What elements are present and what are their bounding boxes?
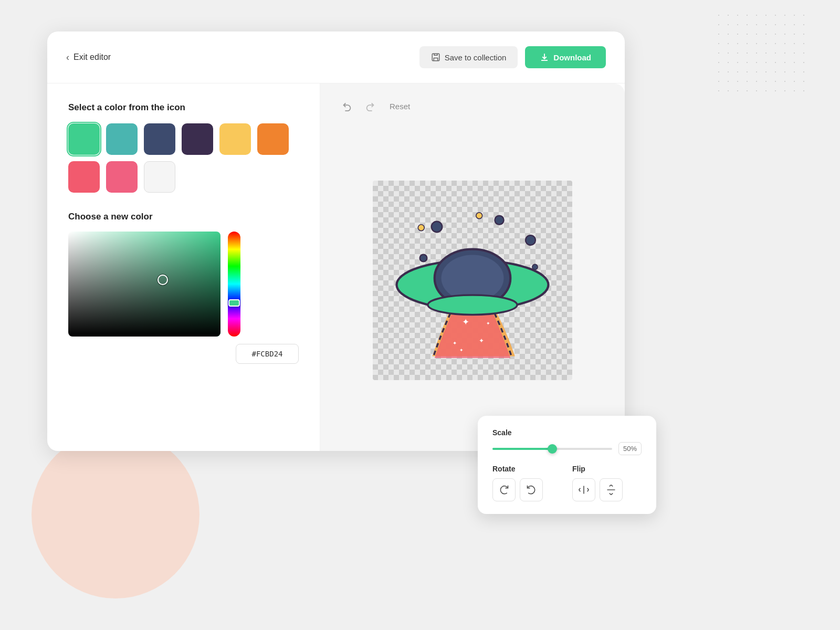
editor-header: ‹ Exit editor Save to collection Downloa… xyxy=(47,32,625,83)
redo-button[interactable] xyxy=(362,98,378,114)
header-actions: Save to collection Download xyxy=(419,46,606,68)
rotate-flip-row: Rotate xyxy=(492,465,642,501)
hex-input-container xyxy=(68,344,299,364)
color-section-title: Select a color from the icon xyxy=(68,102,299,113)
rotate-ccw-icon xyxy=(526,485,537,495)
scale-row: 50% xyxy=(492,442,642,455)
svg-point-5 xyxy=(418,225,424,231)
editor-body: Select a color from the icon Choose a ne… xyxy=(47,83,625,451)
svg-point-16 xyxy=(428,295,517,314)
choose-color-title: Choose a new color xyxy=(68,212,299,222)
back-arrow-icon: ‹ xyxy=(66,52,69,63)
download-button[interactable]: Download xyxy=(525,46,606,68)
canvas-toolbar: Reset xyxy=(339,98,606,114)
exit-editor-label: Exit editor xyxy=(74,52,111,62)
rotate-buttons xyxy=(492,478,562,501)
ufo-icon: ✦ ✦ ✦ ✦ ✦ xyxy=(383,191,562,370)
svg-point-3 xyxy=(526,235,536,245)
canvas-area: ✦ ✦ ✦ ✦ ✦ xyxy=(339,124,606,436)
rotate-cw-button[interactable] xyxy=(492,478,516,501)
download-label: Download xyxy=(553,53,591,62)
svg-rect-0 xyxy=(432,54,439,61)
svg-text:✦: ✦ xyxy=(453,340,457,346)
rotate-ccw-button[interactable] xyxy=(520,478,543,501)
scale-slider[interactable] xyxy=(492,444,612,454)
hue-thumb xyxy=(228,299,240,307)
flip-horizontal-button[interactable] xyxy=(572,478,595,501)
rotate-label: Rotate xyxy=(492,465,562,473)
color-swatch-teal[interactable] xyxy=(106,123,138,155)
scale-control: Scale 50% xyxy=(492,428,642,455)
flip-v-icon xyxy=(606,485,616,495)
flip-buttons xyxy=(572,478,642,501)
reset-button[interactable]: Reset xyxy=(385,100,414,113)
flip-vertical-button[interactable] xyxy=(600,478,623,501)
redo-icon xyxy=(364,100,376,112)
svg-point-1 xyxy=(432,222,442,232)
hue-slider[interactable] xyxy=(228,232,240,337)
svg-text:✦: ✦ xyxy=(459,348,464,353)
canvas-frame: ✦ ✦ ✦ ✦ ✦ xyxy=(373,181,572,380)
color-picker-area xyxy=(68,232,299,337)
color-swatch-yellow[interactable] xyxy=(219,123,251,155)
flip-section: Flip xyxy=(572,465,642,501)
svg-text:✦: ✦ xyxy=(486,321,490,326)
download-icon xyxy=(540,52,549,62)
svg-text:✦: ✦ xyxy=(462,317,469,327)
color-swatch-coral[interactable] xyxy=(68,161,100,193)
color-swatch-navy[interactable] xyxy=(144,123,175,155)
scale-label: Scale xyxy=(492,428,642,437)
save-collection-button[interactable]: Save to collection xyxy=(419,46,518,68)
color-swatch-pink[interactable] xyxy=(106,161,138,193)
color-swatch-dark-purple[interactable] xyxy=(182,123,213,155)
svg-text:✦: ✦ xyxy=(479,337,484,344)
exit-editor-button[interactable]: ‹ Exit editor xyxy=(66,52,111,63)
pink-circle-decoration xyxy=(32,430,200,598)
controls-card: Scale 50% Rotate xyxy=(478,416,656,514)
undo-icon xyxy=(341,100,353,112)
flip-h-icon xyxy=(579,485,589,495)
rotate-section: Rotate xyxy=(492,465,562,501)
dot-grid-decoration xyxy=(714,10,808,94)
scale-value: 50% xyxy=(618,442,642,455)
scale-thumb xyxy=(548,444,557,454)
svg-point-2 xyxy=(495,216,504,225)
svg-point-6 xyxy=(476,213,482,219)
color-swatch-white[interactable] xyxy=(144,161,175,193)
color-swatch-orange[interactable] xyxy=(257,123,289,155)
hex-color-input[interactable] xyxy=(236,344,299,364)
reset-label: Reset xyxy=(390,102,410,111)
flip-label: Flip xyxy=(572,465,642,473)
right-panel: Reset xyxy=(320,83,625,451)
save-icon xyxy=(431,52,440,62)
undo-button[interactable] xyxy=(339,98,355,114)
left-panel: Select a color from the icon Choose a ne… xyxy=(47,83,320,451)
svg-point-4 xyxy=(420,255,427,262)
editor-card: ‹ Exit editor Save to collection Downloa… xyxy=(47,32,625,451)
color-gradient-picker[interactable] xyxy=(68,232,220,337)
rotate-cw-icon xyxy=(499,485,509,495)
save-collection-label: Save to collection xyxy=(445,53,507,62)
color-swatch-teal-light[interactable] xyxy=(68,123,100,155)
color-swatches xyxy=(68,123,299,193)
